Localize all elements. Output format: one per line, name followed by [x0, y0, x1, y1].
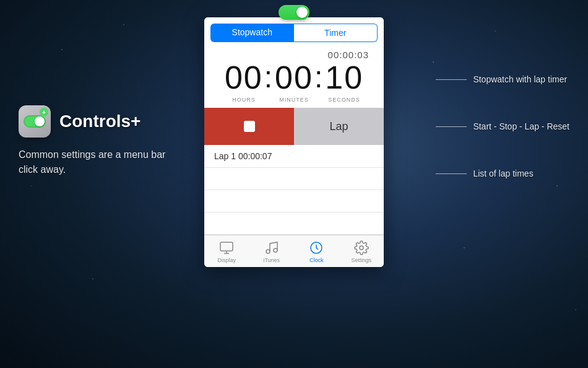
- minutes-display: 00: [275, 60, 313, 95]
- tab-stopwatch[interactable]: Stopwatch: [210, 24, 294, 42]
- app-icon: +: [19, 105, 51, 138]
- hours-display: 00: [225, 60, 263, 95]
- annotation-start-stop: Start - Stop - Lap - Reset: [436, 121, 569, 131]
- bottom-tab-itunes-label: iTunes: [263, 257, 280, 263]
- lap-button[interactable]: Lap: [294, 108, 384, 145]
- annotation-stopwatch: Stopwatch with lap timer: [436, 74, 569, 84]
- display-icon: [219, 240, 234, 255]
- app-description: Common settings are a menu bar click awa…: [19, 147, 179, 177]
- lap-item-3: [204, 190, 384, 212]
- annotation-text-2: Start - Stop - Lap - Reset: [473, 121, 569, 131]
- bottom-tab-bar: Display iTunes Clock Settings: [204, 235, 384, 267]
- bottom-tab-settings[interactable]: Settings: [339, 240, 384, 263]
- annotation-text-1: Stopwatch with lap timer: [473, 74, 567, 84]
- top-switch-indicator: [279, 5, 309, 20]
- lap-item-2: [204, 168, 384, 190]
- right-annotations: Stopwatch with lap timer Start - Stop - …: [436, 74, 569, 216]
- lap-item-4: [204, 212, 384, 235]
- toggle-thumb: [35, 116, 45, 126]
- bottom-tab-settings-label: Settings: [351, 257, 371, 263]
- music-icon: [264, 240, 279, 255]
- action-buttons: Lap: [204, 108, 384, 145]
- stop-icon: [244, 121, 255, 132]
- bottom-tab-display-label: Display: [217, 257, 236, 263]
- left-panel: + Controls+ Common settings are a menu b…: [19, 105, 179, 177]
- svg-point-6: [360, 246, 363, 250]
- annotation-line-2: [436, 126, 467, 127]
- app-brand: + Controls+: [19, 105, 179, 138]
- tab-timer[interactable]: Timer: [294, 24, 378, 42]
- annotation-line-3: [436, 173, 467, 174]
- colon-1: :: [264, 61, 274, 94]
- svg-point-3: [266, 250, 270, 253]
- annotation-text-3: List of lap times: [473, 169, 533, 178]
- annotation-line-1: [436, 79, 467, 80]
- bottom-tab-display[interactable]: Display: [204, 240, 249, 263]
- iphone-frame: Stopwatch Timer 00:00:03 00 : 00 : 10 HO…: [204, 17, 384, 267]
- switch-thumb: [296, 7, 308, 18]
- switch-track: [279, 5, 309, 20]
- bottom-tab-clock[interactable]: Clock: [294, 240, 339, 263]
- annotation-lap-list: List of lap times: [436, 169, 569, 178]
- stopwatch-display: 00:00:03 00 : 00 : 10 HOURS MINUTES SECO…: [204, 47, 384, 108]
- lap-list: Lap 1 00:00:07: [204, 145, 384, 235]
- tab-bar: Stopwatch Timer: [204, 17, 384, 47]
- lap-time-small: 00:00:03: [214, 50, 374, 60]
- gear-icon: [354, 240, 369, 255]
- stop-button[interactable]: [204, 108, 294, 145]
- app-name: Controls+: [59, 112, 141, 131]
- minutes-label: MINUTES: [269, 97, 319, 103]
- lap-item-1: Lap 1 00:00:07: [204, 145, 384, 168]
- svg-rect-0: [220, 242, 233, 251]
- plus-badge: +: [40, 108, 48, 116]
- toggle-track: [24, 115, 46, 128]
- svg-point-4: [274, 248, 277, 252]
- main-time-display: 00 : 00 : 10: [214, 60, 374, 95]
- seconds-label: SECONDS: [319, 97, 369, 103]
- colon-2: :: [314, 61, 324, 94]
- time-labels: HOURS MINUTES SECONDS: [214, 97, 374, 103]
- bottom-tab-clock-label: Clock: [309, 257, 324, 263]
- bottom-tab-itunes[interactable]: iTunes: [249, 240, 295, 263]
- clock-icon: [309, 240, 324, 255]
- hours-label: HOURS: [219, 97, 269, 103]
- seconds-display: 10: [325, 60, 363, 95]
